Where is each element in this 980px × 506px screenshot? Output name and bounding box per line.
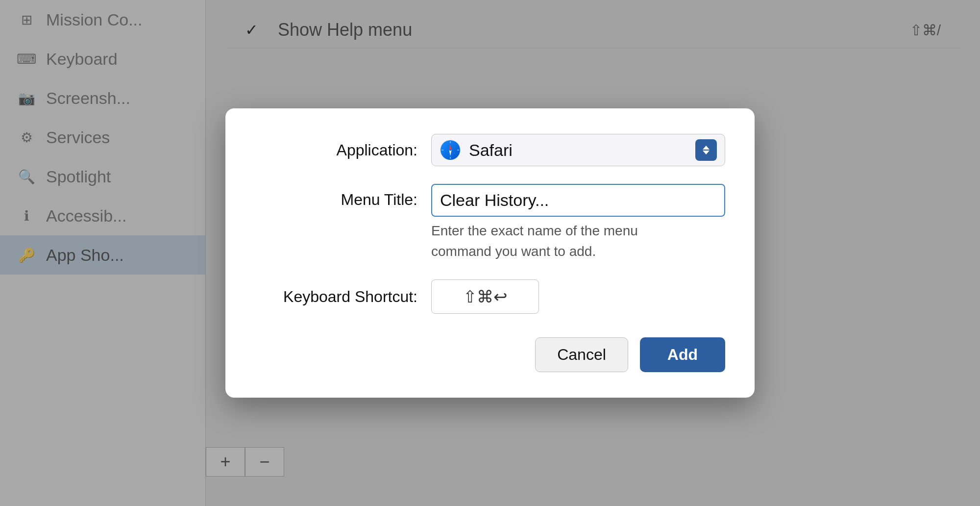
menu-title-help-text: Enter the exact name of the menu command…	[431, 221, 725, 262]
menu-title-input[interactable]	[431, 184, 725, 217]
application-select[interactable]: Safari	[431, 134, 725, 166]
add-shortcut-dialog: Application:	[225, 108, 755, 398]
chevron-down-icon	[703, 151, 710, 154]
keyboard-shortcut-label: Keyboard Shortcut:	[255, 288, 431, 306]
keyboard-shortcut-input[interactable]: ⇧⌘↩	[431, 279, 539, 314]
application-value: Safari	[469, 141, 687, 160]
menu-title-row: Menu Title: Enter the exact name of the …	[255, 184, 725, 262]
dropdown-arrow-icon	[695, 139, 717, 161]
modal-overlay: Application:	[0, 0, 980, 506]
menu-title-control: Enter the exact name of the menu command…	[431, 184, 725, 262]
cancel-button[interactable]: Cancel	[535, 337, 628, 372]
application-dropdown[interactable]: Safari	[431, 134, 725, 166]
add-button[interactable]: Add	[640, 337, 725, 372]
keyboard-shortcut-row: Keyboard Shortcut: ⇧⌘↩	[255, 279, 725, 314]
keyboard-shortcut-control: ⇧⌘↩	[431, 279, 725, 314]
actions-row: Cancel Add	[255, 337, 725, 372]
application-row: Application:	[255, 134, 725, 166]
application-label: Application:	[255, 141, 431, 159]
keyboard-shortcut-value: ⇧⌘↩	[463, 287, 507, 306]
chevron-up-icon	[703, 146, 710, 150]
menu-title-label: Menu Title:	[255, 184, 431, 209]
safari-app-icon	[440, 139, 461, 161]
